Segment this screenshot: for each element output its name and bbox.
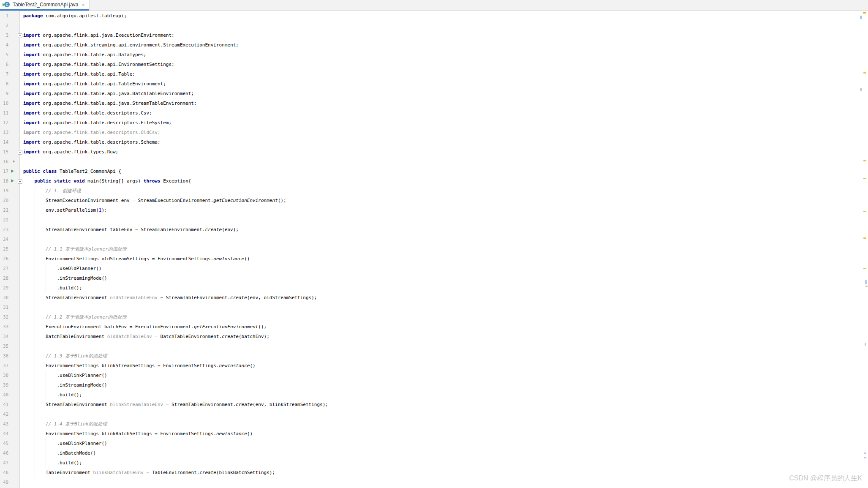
line-number: 6	[0, 60, 8, 69]
code-line[interactable]: 40 .build();	[0, 390, 868, 400]
code-line[interactable]: 45 .useBlinkPlanner()	[0, 439, 868, 448]
code-line[interactable]: 25 // 1.1 基于老版本planner的流处理	[0, 244, 868, 254]
code-line[interactable]: 16	[0, 157, 868, 166]
stripe-tick[interactable]	[865, 280, 867, 284]
code-text: import org.apache.flink.table.api.java.B…	[8, 89, 194, 98]
code-line[interactable]: 6import org.apache.flink.table.api.Envir…	[0, 60, 868, 69]
code-text: // 1.3 基于Blink的流处理	[8, 351, 107, 361]
code-line[interactable]: 43 // 1.4 基于Blink的批处理	[0, 419, 868, 429]
stripe-tick[interactable]	[865, 286, 868, 287]
line-number: 18	[0, 176, 8, 186]
code-line[interactable]: 24	[0, 234, 868, 244]
stripe-tick[interactable]	[863, 268, 866, 269]
line-number: 22	[0, 215, 8, 225]
indent-guide	[46, 439, 46, 468]
stripe-tick[interactable]	[863, 211, 866, 212]
code-line[interactable]: 32 // 1.2 基于老版本planner的批处理	[0, 312, 868, 322]
code-line[interactable]: 29 .build();	[0, 283, 868, 293]
code-line[interactable]: 31	[0, 303, 868, 312]
code-line[interactable]: 18 public static void main(String[] args…	[0, 176, 868, 186]
java-class-icon: C	[3, 1, 10, 8]
run-icon[interactable]	[11, 169, 14, 173]
line-number: 13	[0, 128, 8, 137]
code-line[interactable]: 10import org.apache.flink.table.api.java…	[0, 98, 868, 108]
stripe-tick[interactable]	[863, 237, 866, 239]
code-line[interactable]: 14import org.apache.flink.table.descript…	[0, 137, 868, 147]
fold-toggle-icon[interactable]	[18, 150, 22, 155]
line-number: 24	[0, 234, 8, 244]
code-line[interactable]: 26 EnvironmentSettings oldStreamSettings…	[0, 254, 868, 264]
line-number: 35	[0, 341, 8, 351]
stripe-tick[interactable]	[863, 12, 866, 14]
line-number: 25	[0, 244, 8, 254]
code-line[interactable]: 19 // 1. 创建环境	[0, 186, 868, 196]
line-number: 32	[0, 312, 8, 322]
tab-tabletest2-commonapi[interactable]: C TableTest2_CommonApi.java ×	[0, 0, 90, 11]
code-line[interactable]: 5import org.apache.flink.table.api.DataT…	[0, 50, 868, 60]
line-number: 44	[0, 429, 8, 439]
code-line[interactable]: 20 StreamExecutionEnvironment env = Stre…	[0, 196, 868, 205]
code-line[interactable]: 11import org.apache.flink.table.descript…	[0, 108, 868, 118]
code-line[interactable]: 38 .useBlinkPlanner()	[0, 371, 868, 380]
stripe-tick[interactable]	[865, 343, 866, 346]
code-line[interactable]: 2	[0, 21, 868, 30]
line-number: 39	[0, 380, 8, 390]
code-line[interactable]: 39 .inStreamingMode()	[0, 380, 868, 390]
stripe-tick[interactable]	[863, 160, 866, 161]
code-text: import org.apache.flink.table.descriptor…	[8, 108, 152, 118]
code-line[interactable]: 34 BatchTableEnvironment oldBatchTableEn…	[0, 332, 868, 341]
ide-window: C TableTest2_CommonApi.java × 1package c…	[0, 0, 868, 488]
line-number: 30	[0, 293, 8, 303]
run-icon[interactable]	[11, 179, 14, 183]
code-line[interactable]: 37 EnvironmentSettings blinkStreamSettin…	[0, 361, 868, 371]
fold-arrow-icon[interactable]	[13, 160, 15, 163]
close-icon[interactable]: ×	[82, 2, 85, 8]
active-tab-underline	[0, 9, 89, 11]
line-number: 31	[0, 303, 8, 312]
code-line[interactable]: 44 EnvironmentSettings blinkBatchSetting…	[0, 429, 868, 439]
code-line[interactable]: 46 .inBatchMode()	[0, 448, 868, 458]
fold-toggle-icon[interactable]	[18, 179, 22, 184]
code-line[interactable]: 41 StreamTableEnvironment blinkStreamTab…	[0, 400, 868, 409]
code-line[interactable]: 15import org.apache.flink.types.Row;	[0, 147, 868, 157]
code-text: import org.apache.flink.table.api.DataTy…	[8, 50, 146, 60]
code-line[interactable]: 3import org.apache.flink.api.java.Execut…	[0, 30, 868, 40]
code-line[interactable]: 1package com.atguigu.apitest.tableapi;	[0, 11, 868, 21]
code-line[interactable]: 47 .build();	[0, 458, 868, 468]
code-text: import org.apache.flink.table.api.Table;	[8, 69, 135, 79]
code-line[interactable]: 9import org.apache.flink.table.api.java.…	[0, 89, 868, 98]
code-line[interactable]: 27 .useOldPlanner()	[0, 264, 868, 273]
code-line[interactable]: 28 .inStreamingMode()	[0, 273, 868, 283]
line-number: 38	[0, 371, 8, 380]
stripe-tick[interactable]	[860, 16, 862, 19]
editor-tab-bar: C TableTest2_CommonApi.java ×	[0, 0, 868, 11]
code-line[interactable]: 36 // 1.3 基于Blink的流处理	[0, 351, 868, 361]
code-line[interactable]: 35	[0, 341, 868, 351]
code-line[interactable]: 48 TableEnvironment blinkBatchTableEnv =…	[0, 468, 868, 477]
fold-toggle-icon[interactable]	[18, 33, 22, 38]
code-text: StreamTableEnvironment blinkStreamTableE…	[8, 400, 328, 409]
code-line[interactable]: 22	[0, 215, 868, 225]
line-number: 17	[0, 166, 8, 176]
stripe-tick[interactable]	[864, 457, 866, 458]
stripe-tick[interactable]	[860, 88, 862, 91]
code-text: import org.apache.flink.table.api.TableE…	[8, 79, 166, 89]
code-editor[interactable]: 1package com.atguigu.apitest.tableapi;23…	[0, 11, 868, 488]
stripe-tick[interactable]	[863, 72, 866, 74]
code-line[interactable]: 21 env.setParallelism(1);	[0, 205, 868, 215]
code-line[interactable]: 12import org.apache.flink.table.descript…	[0, 118, 868, 128]
code-line[interactable]: 33 ExecutionEnvironment batchEnv = Execu…	[0, 322, 868, 332]
line-number: 5	[0, 50, 8, 60]
code-line[interactable]: 7import org.apache.flink.table.api.Table…	[0, 69, 868, 79]
code-line[interactable]: 4import org.apache.flink.streaming.api.e…	[0, 40, 868, 50]
indent-guide	[46, 264, 46, 293]
code-line[interactable]: 42	[0, 409, 868, 419]
code-line[interactable]: 17public class TableTest2_CommonApi {	[0, 166, 868, 176]
code-line[interactable]: 8import org.apache.flink.table.api.Table…	[0, 79, 868, 89]
code-line[interactable]: 23 StreamTableEnvironment tableEnv = Str…	[0, 225, 868, 234]
code-line[interactable]: 30 StreamTableEnvironment oldStreamTable…	[0, 293, 868, 303]
code-line[interactable]: 13import org.apache.flink.table.descript…	[0, 128, 868, 137]
stripe-tick[interactable]	[863, 178, 866, 179]
stripe-tick[interactable]	[864, 453, 866, 454]
code-line[interactable]: 49	[0, 477, 868, 487]
